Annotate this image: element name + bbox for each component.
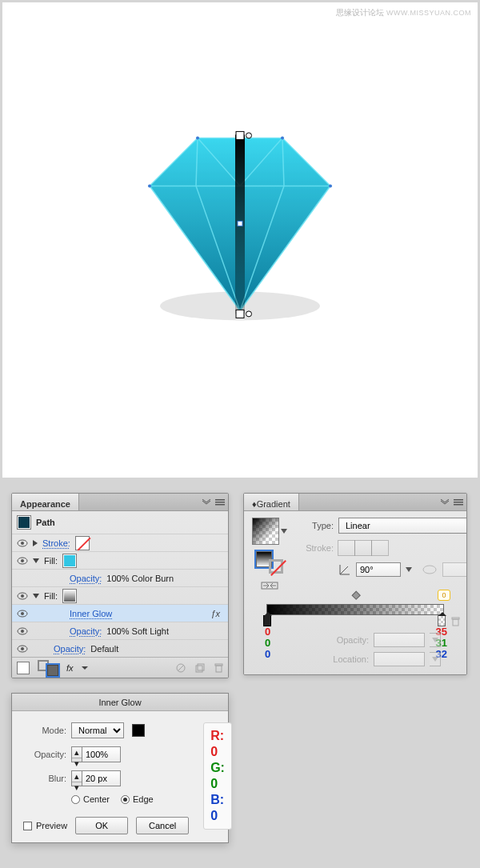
panel-menu-icon[interactable] [215,498,225,506]
inner-glow-label[interactable]: Inner Glow [70,609,112,618]
opacity-row-3[interactable]: Opacity: Default [12,639,228,657]
fill-label: Fill: [44,591,58,601]
opacity-label[interactable]: Opacity: [70,574,102,583]
visibility-icon[interactable] [17,555,28,566]
reverse-gradient-icon[interactable] [261,580,278,591]
object-name: Path [36,518,55,527]
svg-rect-34 [454,502,463,503]
gradient-stop-right[interactable] [438,615,446,626]
center-radio[interactable]: Center [71,794,110,804]
svg-rect-14 [215,504,225,506]
mode-label: Mode: [23,726,66,735]
opacity-label[interactable]: Opacity: [54,644,86,654]
svg-rect-13 [215,502,225,503]
collapse-icon[interactable] [441,499,449,506]
gradient-preview[interactable] [252,518,279,545]
gradient-stop-left[interactable] [263,615,271,626]
midpoint-handle[interactable] [352,591,361,600]
duplicate-icon[interactable] [195,663,205,673]
diamond-icon [124,120,356,336]
visibility-icon[interactable] [17,626,28,637]
glow-rgb-callout: R: 0 G: 0 B: 0 [203,722,232,830]
panel-menu-icon[interactable] [454,498,463,506]
gradient-bar[interactable] [266,604,444,615]
visibility-icon[interactable] [17,608,28,619]
watermark-url: WWW.MISSYUAN.COM [386,9,471,17]
fx-badge[interactable]: ƒx [210,609,223,618]
trash-icon[interactable] [451,617,460,626]
canvas: 思缘设计论坛 WWW.MISSYUAN.COM [2,2,478,478]
opacity-row-1[interactable]: Opacity: 100% Color Burn [12,569,228,586]
stroke-label[interactable]: Stroke: [42,538,70,548]
opacity-input[interactable] [82,746,121,762]
svg-point-5 [246,133,252,138]
expand-icon[interactable] [33,558,39,563]
appearance-footer: fx [12,657,228,678]
opacity-label[interactable]: Opacity: [70,626,102,636]
opacity-value: 100% Soft Light [106,626,169,636]
svg-point-6 [246,311,252,317]
gradient-slider[interactable]: 0 0 0 0 35 31 32 [252,596,458,639]
inner-glow-row[interactable]: Inner Glow ƒx [12,604,228,622]
fill-swatch-cyan[interactable] [62,554,77,568]
stop-opacity-input [374,633,425,647]
svg-rect-3 [236,131,244,139]
stroke-label: Stroke: [298,543,334,553]
svg-point-18 [21,559,24,562]
dialog-title: Inner Glow [12,694,228,711]
svg-point-11 [329,184,332,187]
appearance-tab[interactable]: Appearance [12,494,79,510]
angle-icon [338,563,351,576]
angle-menu-icon[interactable] [406,567,412,572]
preview-checkbox[interactable]: Preview [23,821,67,830]
svg-line-28 [178,665,184,671]
svg-rect-7 [238,221,242,226]
svg-rect-29 [196,666,202,672]
svg-point-22 [21,612,24,615]
svg-point-9 [281,136,284,139]
svg-rect-31 [216,666,222,672]
type-label: Type: [298,521,334,530]
gradient-menu-icon[interactable] [281,529,287,534]
ok-button[interactable]: OK [75,817,128,834]
svg-point-20 [21,594,24,598]
collapse-icon[interactable] [202,499,210,506]
angle-input[interactable] [356,562,401,577]
new-stroke-icon[interactable] [17,662,30,674]
svg-rect-39 [452,618,459,619]
cancel-button[interactable]: Cancel [136,817,189,834]
edge-radio[interactable]: Edge [121,794,154,804]
opacity-stepper[interactable]: ▴▾ [71,746,121,762]
expand-icon[interactable] [33,594,39,598]
visibility-icon[interactable] [17,538,28,549]
blur-input[interactable] [82,770,121,786]
watermark-cn: 思缘设计论坛 [336,8,384,17]
gradient-fill-stroke[interactable] [256,551,283,574]
aspect-input [442,562,467,577]
fx-menu[interactable]: fx [66,663,74,673]
opacity-label: Opacity: [23,750,66,759]
visibility-icon[interactable] [17,643,28,654]
stop-location-input [374,652,425,666]
gradient-tab[interactable]: ♦ Gradient [244,494,299,510]
blur-stepper[interactable]: ▴▾ [71,770,121,786]
fill-row-1[interactable]: Fill: [12,551,228,569]
clear-icon[interactable] [176,663,186,673]
fill-stroke-toggle[interactable] [38,660,58,676]
trash-icon[interactable] [214,663,223,673]
svg-point-10 [148,184,151,187]
svg-rect-12 [215,499,225,501]
opacity-row-2[interactable]: Opacity: 100% Soft Light [12,622,228,639]
opacity-value: 100% Color Burn [106,574,174,583]
gradient-type-select[interactable]: Linear [338,518,467,534]
expand-icon[interactable] [33,540,38,546]
stroke-swatch-none[interactable] [75,536,90,550]
svg-rect-30 [198,664,204,670]
svg-rect-32 [215,664,222,666]
fill-row-2[interactable]: Fill: [12,586,228,604]
visibility-icon[interactable] [17,590,28,602]
stroke-row[interactable]: Stroke: [12,534,228,551]
glow-color-swatch[interactable] [132,724,145,737]
mode-select[interactable]: Normal [71,722,124,738]
fill-swatch-gradient[interactable] [62,589,77,603]
